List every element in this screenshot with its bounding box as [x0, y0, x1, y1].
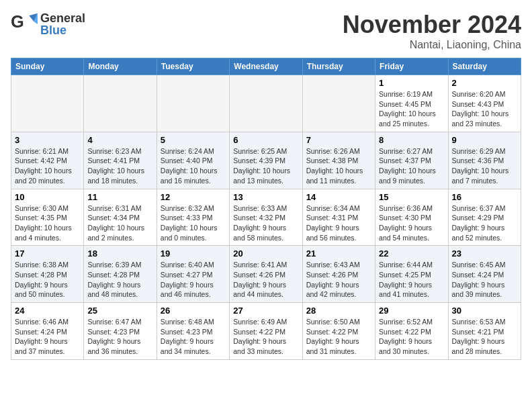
day-number: 30	[452, 306, 517, 316]
calendar-day-cell: 30Sunrise: 6:53 AMSunset: 4:21 PMDayligh…	[448, 303, 521, 360]
calendar-week-row: 24Sunrise: 6:46 AMSunset: 4:24 PMDayligh…	[11, 303, 521, 360]
day-number: 20	[233, 248, 298, 259]
svg-text:G: G	[11, 12, 24, 31]
calendar-day-cell: 16Sunrise: 6:37 AMSunset: 4:29 PMDayligh…	[448, 189, 521, 246]
calendar-day-cell: 24Sunrise: 6:46 AMSunset: 4:24 PMDayligh…	[11, 303, 84, 360]
day-info: Sunrise: 6:19 AMSunset: 4:45 PMDaylight:…	[379, 89, 444, 129]
page-header: G General Blue November 2024 Nantai, Lia…	[11, 11, 521, 51]
calendar-day-cell: 20Sunrise: 6:41 AMSunset: 4:26 PMDayligh…	[230, 246, 302, 303]
day-number: 6	[233, 135, 298, 145]
day-info: Sunrise: 6:40 AMSunset: 4:27 PMDaylight:…	[161, 260, 226, 300]
day-number: 15	[379, 192, 444, 202]
day-number: 11	[87, 192, 152, 202]
day-info: Sunrise: 6:39 AMSunset: 4:28 PMDaylight:…	[87, 260, 152, 300]
calendar-day-cell: 25Sunrise: 6:47 AMSunset: 4:23 PMDayligh…	[84, 303, 157, 360]
calendar-day-cell: 18Sunrise: 6:39 AMSunset: 4:28 PMDayligh…	[84, 246, 157, 303]
calendar-week-row: 1Sunrise: 6:19 AMSunset: 4:45 PMDaylight…	[11, 75, 521, 132]
calendar-day-cell: 6Sunrise: 6:25 AMSunset: 4:39 PMDaylight…	[230, 132, 302, 189]
logo-blue: Blue	[40, 24, 85, 36]
day-number: 7	[306, 135, 371, 145]
weekday-header-sunday: Sunday	[11, 58, 84, 75]
day-number: 23	[452, 248, 517, 259]
day-info: Sunrise: 6:36 AMSunset: 4:30 PMDaylight:…	[379, 203, 444, 243]
day-number: 2	[452, 78, 517, 88]
calendar-week-row: 3Sunrise: 6:21 AMSunset: 4:42 PMDaylight…	[11, 132, 521, 189]
day-info: Sunrise: 6:52 AMSunset: 4:22 PMDaylight:…	[379, 317, 444, 357]
day-number: 18	[87, 248, 152, 259]
calendar-day-cell: 23Sunrise: 6:45 AMSunset: 4:24 PMDayligh…	[448, 246, 521, 303]
day-info: Sunrise: 6:32 AMSunset: 4:33 PMDaylight:…	[161, 203, 226, 243]
weekday-header-saturday: Saturday	[448, 58, 521, 75]
day-info: Sunrise: 6:21 AMSunset: 4:42 PMDaylight:…	[15, 146, 80, 186]
day-info: Sunrise: 6:49 AMSunset: 4:22 PMDaylight:…	[233, 317, 298, 357]
day-number: 3	[15, 135, 80, 145]
day-number: 21	[306, 248, 371, 259]
empty-cell	[157, 75, 229, 132]
day-info: Sunrise: 6:38 AMSunset: 4:28 PMDaylight:…	[15, 260, 80, 300]
day-info: Sunrise: 6:20 AMSunset: 4:43 PMDaylight:…	[452, 89, 517, 129]
logo-general: General	[40, 12, 85, 24]
location: Nantai, Liaoning, China	[343, 39, 521, 51]
day-info: Sunrise: 6:48 AMSunset: 4:23 PMDaylight:…	[161, 317, 226, 357]
day-number: 5	[161, 135, 226, 145]
calendar-day-cell: 12Sunrise: 6:32 AMSunset: 4:33 PMDayligh…	[157, 189, 229, 246]
calendar-day-cell: 22Sunrise: 6:44 AMSunset: 4:25 PMDayligh…	[375, 246, 448, 303]
calendar-day-cell: 14Sunrise: 6:34 AMSunset: 4:31 PMDayligh…	[302, 189, 375, 246]
day-info: Sunrise: 6:47 AMSunset: 4:23 PMDaylight:…	[87, 317, 152, 357]
logo: G General Blue	[11, 11, 85, 38]
day-info: Sunrise: 6:24 AMSunset: 4:40 PMDaylight:…	[161, 146, 226, 186]
day-info: Sunrise: 6:26 AMSunset: 4:38 PMDaylight:…	[306, 146, 371, 186]
day-number: 22	[379, 248, 444, 259]
day-number: 14	[306, 192, 371, 202]
day-info: Sunrise: 6:43 AMSunset: 4:26 PMDaylight:…	[306, 260, 371, 300]
day-number: 12	[161, 192, 226, 202]
empty-cell	[84, 75, 157, 132]
day-info: Sunrise: 6:46 AMSunset: 4:24 PMDaylight:…	[15, 317, 80, 357]
calendar-day-cell: 10Sunrise: 6:30 AMSunset: 4:35 PMDayligh…	[11, 189, 84, 246]
title-block: November 2024 Nantai, Liaoning, China	[343, 11, 521, 51]
empty-cell	[11, 75, 84, 132]
calendar-day-cell: 2Sunrise: 6:20 AMSunset: 4:43 PMDaylight…	[448, 75, 521, 132]
weekday-header-wednesday: Wednesday	[230, 58, 302, 75]
calendar-day-cell: 4Sunrise: 6:23 AMSunset: 4:41 PMDaylight…	[84, 132, 157, 189]
day-info: Sunrise: 6:25 AMSunset: 4:39 PMDaylight:…	[233, 146, 298, 186]
day-number: 27	[233, 306, 298, 316]
calendar-day-cell: 27Sunrise: 6:49 AMSunset: 4:22 PMDayligh…	[230, 303, 302, 360]
day-number: 17	[15, 248, 80, 259]
day-number: 29	[379, 306, 444, 316]
calendar-day-cell: 13Sunrise: 6:33 AMSunset: 4:32 PMDayligh…	[230, 189, 302, 246]
day-info: Sunrise: 6:45 AMSunset: 4:24 PMDaylight:…	[452, 260, 517, 300]
day-number: 4	[87, 135, 152, 145]
day-info: Sunrise: 6:53 AMSunset: 4:21 PMDaylight:…	[452, 317, 517, 357]
calendar-day-cell: 15Sunrise: 6:36 AMSunset: 4:30 PMDayligh…	[375, 189, 448, 246]
empty-cell	[230, 75, 302, 132]
calendar-day-cell: 9Sunrise: 6:29 AMSunset: 4:36 PMDaylight…	[448, 132, 521, 189]
empty-cell	[302, 75, 375, 132]
day-info: Sunrise: 6:37 AMSunset: 4:29 PMDaylight:…	[452, 203, 517, 243]
day-info: Sunrise: 6:50 AMSunset: 4:22 PMDaylight:…	[306, 317, 371, 357]
calendar-day-cell: 1Sunrise: 6:19 AMSunset: 4:45 PMDaylight…	[375, 75, 448, 132]
day-info: Sunrise: 6:23 AMSunset: 4:41 PMDaylight:…	[87, 146, 152, 186]
weekday-header-monday: Monday	[84, 58, 157, 75]
day-number: 8	[379, 135, 444, 145]
calendar-day-cell: 8Sunrise: 6:27 AMSunset: 4:37 PMDaylight…	[375, 132, 448, 189]
weekday-header-tuesday: Tuesday	[157, 58, 229, 75]
calendar-table: SundayMondayTuesdayWednesdayThursdayFrid…	[11, 58, 521, 360]
calendar-day-cell: 26Sunrise: 6:48 AMSunset: 4:23 PMDayligh…	[157, 303, 229, 360]
day-info: Sunrise: 6:31 AMSunset: 4:34 PMDaylight:…	[87, 203, 152, 243]
calendar-day-cell: 17Sunrise: 6:38 AMSunset: 4:28 PMDayligh…	[11, 246, 84, 303]
day-info: Sunrise: 6:34 AMSunset: 4:31 PMDaylight:…	[306, 203, 371, 243]
weekday-header-friday: Friday	[375, 58, 448, 75]
day-number: 25	[87, 306, 152, 316]
day-info: Sunrise: 6:41 AMSunset: 4:26 PMDaylight:…	[233, 260, 298, 300]
day-number: 19	[161, 248, 226, 259]
calendar-week-row: 10Sunrise: 6:30 AMSunset: 4:35 PMDayligh…	[11, 189, 521, 246]
calendar-week-row: 17Sunrise: 6:38 AMSunset: 4:28 PMDayligh…	[11, 246, 521, 303]
calendar-day-cell: 7Sunrise: 6:26 AMSunset: 4:38 PMDaylight…	[302, 132, 375, 189]
day-info: Sunrise: 6:29 AMSunset: 4:36 PMDaylight:…	[452, 146, 517, 186]
day-info: Sunrise: 6:33 AMSunset: 4:32 PMDaylight:…	[233, 203, 298, 243]
calendar-day-cell: 28Sunrise: 6:50 AMSunset: 4:22 PMDayligh…	[302, 303, 375, 360]
day-number: 28	[306, 306, 371, 316]
day-number: 16	[452, 192, 517, 202]
day-number: 9	[452, 135, 517, 145]
